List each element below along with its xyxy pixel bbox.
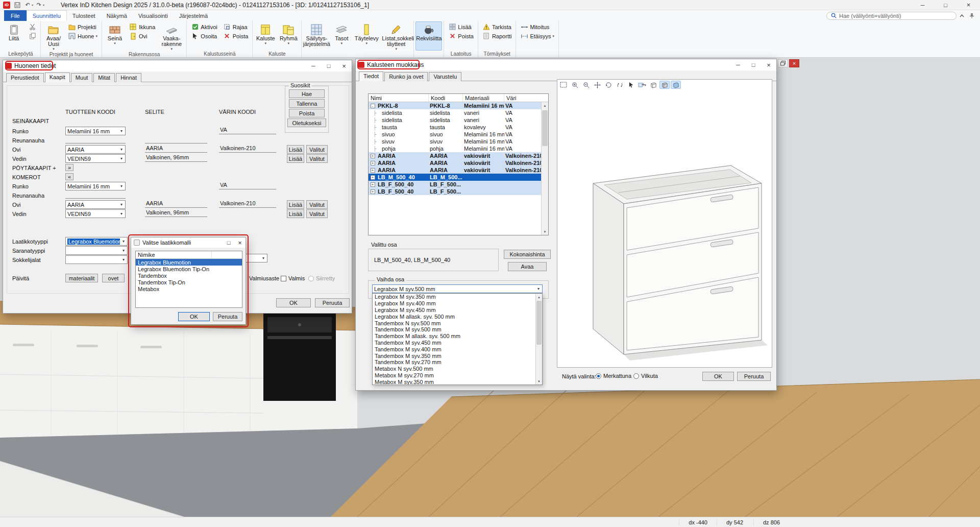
add-view-icon[interactable]: ▾ [637,81,647,89]
ovi1-selite-field[interactable]: AARIA [145,145,207,153]
vedin1-combo[interactable]: VEDIN59▾ [65,154,126,163]
valmis-checkbox[interactable] [281,276,286,281]
dropdown-option[interactable]: Legrabox M syv.400 mm [373,300,535,307]
rotate-icon[interactable] [603,81,614,89]
maximize-button[interactable]: □ [321,60,336,71]
dropdown-option[interactable]: Tandembox M syv.500 mm [373,326,535,333]
zoom-out-icon[interactable] [581,81,591,89]
scroll-up-icon[interactable]: ▲ [536,294,542,300]
dropdown-option[interactable]: Tandembox M syv.400 mm [373,346,535,352]
parts-table-scrollbar[interactable]: ▲ ▼ [541,102,548,235]
scrollbar-thumb[interactable] [536,301,542,345]
undo-dropdown-icon[interactable]: ▾ [32,3,33,7]
list-item[interactable]: Tandembox Tip-On [136,279,242,285]
save-icon[interactable] [13,1,22,9]
dropdown-option[interactable]: Metabox M syv.350 mm [373,378,535,385]
parts-table-row[interactable]: +LB_M_500_40LB_M_500... [369,174,541,181]
parts-table-row[interactable]: ├sivuvsivuvMelamiini 16 mmVA [369,138,541,145]
undo-icon[interactable]: ↶ [23,1,32,9]
zoom-window-icon[interactable] [558,81,569,89]
copy-button[interactable] [26,32,39,40]
group-button[interactable]: Ryhmä ▾ [277,21,300,51]
pan-icon[interactable] [592,81,602,89]
menu-tab-file[interactable]: File [4,10,27,21]
storage-system-button[interactable]: Säilytys-järjestelmä [303,21,330,51]
maximize-button[interactable]: □ [934,0,957,10]
dialog-titlebar[interactable]: Huoneen tiedot ─ □ × [3,60,352,71]
parts-table-row[interactable]: ├taustataustakovalevyVA [369,124,541,131]
add-tiling-button[interactable]: Lisää [446,22,476,31]
tab-tiedot[interactable]: Tiedot [359,71,383,81]
col-koodi[interactable]: Koodi [429,94,463,102]
ovi1-vari-field[interactable]: Valkoinen-210 [219,145,276,153]
parts-table-row[interactable]: +AARIAAARIAvakioväritValkoinen-210 [369,152,541,159]
ovi2-selite-field[interactable]: AARIA [145,200,207,208]
maximize-button[interactable]: □ [746,59,761,70]
parts-table-row[interactable]: +AARIAAARIAvakioväritValkoinen-210 [369,159,541,166]
expand-icon[interactable]: + [369,168,377,173]
minimize-button[interactable]: ─ [306,60,321,71]
cut-button[interactable] [26,22,39,31]
ovi2-combo[interactable]: AARIA▾ [65,200,126,209]
ok-button[interactable]: OK [702,372,734,381]
tab-muut[interactable]: Muut [71,73,92,82]
ok-button[interactable]: OK [178,312,210,321]
close-button[interactable]: × [234,237,246,248]
parts-table-row[interactable]: +AARIAAARIAvakioväritValkoinen-210 [369,166,541,174]
saranatyyppi-combo[interactable]: ▾ [65,246,128,255]
vilkuta-radio[interactable] [633,373,639,379]
runko1-vari-field[interactable]: VA [219,127,276,134]
scroll-up-icon[interactable]: ▲ [542,102,548,109]
laatikkotyyppi-combo[interactable]: Legrabox Bluemotion▾ [65,237,128,246]
mdi-restore-button[interactable] [778,59,788,67]
parts-table-row[interactable]: ├sivuosivuoMelamiini 16 mmVA [369,131,541,138]
list-item[interactable]: Legrabox Bluemotion [136,259,242,266]
ovi2-valitut-button[interactable]: Valitut [306,200,328,209]
project-button[interactable]: Projekti [65,22,100,31]
favorites-default-button[interactable]: Oletukseksi [287,118,326,127]
dropdown-option[interactable]: Tandembox M syv.270 mm [373,359,535,366]
redo-icon[interactable]: ↷ [34,1,43,9]
collapse-ribbon-icon[interactable] [957,11,967,20]
maximize-button[interactable]: □ [223,237,234,248]
vedin2-valitut-button[interactable]: Valitut [306,209,328,218]
ovi1-lisaa-button[interactable]: Lisää [287,145,304,154]
menu-tab-tulosteet[interactable]: Tulosteet [67,10,101,21]
reunanauha2-field[interactable] [65,191,126,199]
titlebar[interactable]: iD ↶▾ ↷▾ Vertex InD Kitchen Design 2025 … [0,0,980,10]
vedin1-lisaa-button[interactable]: Lisää [287,154,304,163]
minimize-button[interactable]: ─ [730,59,746,70]
expand-icon[interactable]: + [369,189,377,194]
collapse-icon[interactable]: - [369,104,377,108]
ovi2-vari-field[interactable]: Valkoinen-210 [219,200,276,208]
col-materiaali[interactable]: Materiaali [463,94,504,102]
merkattuna-radio[interactable] [596,373,601,379]
total-price-button[interactable]: Kokonaishinta [504,250,551,259]
cabinet-button[interactable]: Kaluste ▾ [254,21,277,51]
activate-button[interactable]: Aktivoi [188,22,219,31]
close-button[interactable]: × [761,59,776,70]
vedin1-valitut-button[interactable]: Valitut [306,154,328,163]
tab-runko-ja-ovet[interactable]: Runko ja ovet [384,72,428,81]
trims-button[interactable]: Listat,sokkeli täytteet ▾ [380,21,412,51]
ovi1-combo[interactable]: AARIA▾ [65,145,126,154]
vedin2-combo[interactable]: VEDIN59▾ [65,209,126,218]
tab-mitat[interactable]: Mitat [93,73,115,82]
expand-icon[interactable]: + [369,154,377,158]
dropdown-option[interactable]: Metabox N syv.500 mm [373,366,535,372]
menu-tab-jarjestelma[interactable]: Järjestelmä [174,10,213,21]
redo-dropdown-icon[interactable]: ▾ [43,3,44,7]
scroll-down-icon[interactable]: ▼ [536,378,542,385]
ovi1-valitut-button[interactable]: Valitut [306,145,328,154]
parts-table-row[interactable]: +LB_F_500_40LB_F_500... [369,181,541,188]
menu-tab-suunnittelu[interactable]: Suunnittelu [27,10,67,21]
levels-button[interactable]: Tasot ▾ [330,21,353,51]
favorites-search-button[interactable]: Hae [289,89,325,98]
col-nimi[interactable]: Nimi [369,94,429,102]
dropdown-option[interactable]: Legrabox M allask. syv. 500 mm [373,313,535,320]
parts-table-row[interactable]: ├sidelistasidelistavaneriVA [369,109,541,116]
cancel-button[interactable]: Peruuta [213,312,242,321]
expand-icon[interactable]: + [369,175,377,180]
preview-3d-panel[interactable]: ▾ [557,79,772,368]
delete-button[interactable]: Poista [220,32,251,40]
